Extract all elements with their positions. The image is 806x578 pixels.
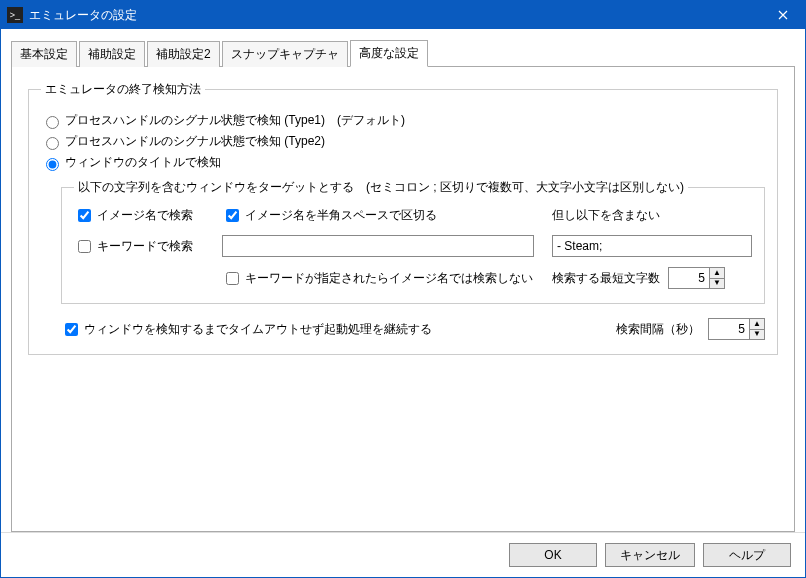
radio-type1[interactable]: プロセスハンドルのシグナル状態で検知 (Type1) (デフォルト) (41, 112, 765, 129)
groupbox-target-legend: 以下の文字列を含むウィンドウをターゲットとする (セミコロン ; 区切りで複数可… (74, 179, 688, 196)
groupbox-legend: エミュレータの終了検知方法 (41, 81, 205, 98)
cb-no-image-if-keyword[interactable]: キーワードが指定されたらイメージ名では検索しない (222, 269, 534, 288)
groupbox-detection: エミュレータの終了検知方法 プロセスハンドルのシグナル状態で検知 (Type1)… (28, 81, 778, 355)
interval-value[interactable] (709, 319, 749, 339)
exclude-input[interactable] (552, 235, 752, 257)
tab-aux2[interactable]: 補助設定2 (147, 41, 220, 67)
dialog-footer: OK キャンセル ヘルプ (1, 532, 805, 577)
tab-advanced[interactable]: 高度な設定 (350, 40, 428, 67)
titlebar: >_ エミュレータの設定 (1, 1, 805, 29)
radio-type2-label: プロセスハンドルのシグナル状態で検知 (Type2) (65, 133, 325, 150)
minlen-up[interactable]: ▲ (710, 268, 724, 279)
cb-keyword[interactable]: キーワードで検索 (74, 237, 204, 256)
cancel-button[interactable]: キャンセル (605, 543, 695, 567)
close-button[interactable] (761, 1, 805, 29)
radio-type1-input[interactable] (46, 116, 59, 129)
close-icon (778, 10, 788, 20)
cb-no-image-if-keyword-input[interactable] (226, 272, 239, 285)
cb-keyword-input[interactable] (78, 240, 91, 253)
cb-image-space-sep[interactable]: イメージ名を半角スペースで区切る (222, 206, 534, 225)
tab-snap[interactable]: スナップキャプチャ (222, 41, 348, 67)
cb-search-by-image[interactable]: イメージ名で検索 (74, 206, 204, 225)
tab-basic[interactable]: 基本設定 (11, 41, 77, 67)
cb-continue-label: ウィンドウを検知するまでタイムアウトせず起動処理を継続する (84, 321, 432, 338)
ok-button[interactable]: OK (509, 543, 597, 567)
interval-up[interactable]: ▲ (750, 319, 764, 330)
tab-row: 基本設定 補助設定 補助設定2 スナップキャプチャ 高度な設定 (11, 39, 795, 67)
minlen-value[interactable] (669, 268, 709, 288)
interval-down[interactable]: ▼ (750, 330, 764, 340)
radio-type1-label: プロセスハンドルのシグナル状態で検知 (Type1) (デフォルト) (65, 112, 405, 129)
interval-stepper[interactable]: ▲ ▼ (708, 318, 765, 340)
minlen-down[interactable]: ▼ (710, 279, 724, 289)
minlen-stepper[interactable]: ▲ ▼ (668, 267, 725, 289)
window-title: エミュレータの設定 (29, 7, 761, 24)
tabpage-advanced: エミュレータの終了検知方法 プロセスハンドルのシグナル状態で検知 (Type1)… (11, 67, 795, 532)
cb-image-space-sep-input[interactable] (226, 209, 239, 222)
cb-continue-input[interactable] (65, 323, 78, 336)
app-icon: >_ (7, 7, 23, 23)
minlen-label: 検索する最短文字数 (552, 270, 660, 287)
cb-continue[interactable]: ウィンドウを検知するまでタイムアウトせず起動処理を継続する (61, 320, 432, 339)
cb-image-space-sep-label: イメージ名を半角スペースで区切る (245, 207, 437, 224)
radio-title-label: ウィンドウのタイトルで検知 (65, 154, 221, 171)
groupbox-target: 以下の文字列を含むウィンドウをターゲットとする (セミコロン ; 区切りで複数可… (61, 179, 765, 304)
radio-type2[interactable]: プロセスハンドルのシグナル状態で検知 (Type2) (41, 133, 765, 150)
tab-aux[interactable]: 補助設定 (79, 41, 145, 67)
cb-search-by-image-input[interactable] (78, 209, 91, 222)
radio-title[interactable]: ウィンドウのタイトルで検知 (41, 154, 765, 171)
keyword-input[interactable] (222, 235, 534, 257)
settings-window: >_ エミュレータの設定 基本設定 補助設定 補助設定2 スナップキャプチャ 高… (0, 0, 806, 578)
radio-type2-input[interactable] (46, 137, 59, 150)
content-area: 基本設定 補助設定 補助設定2 スナップキャプチャ 高度な設定 エミュレータの終… (1, 29, 805, 532)
radio-title-input[interactable] (46, 158, 59, 171)
help-button[interactable]: ヘルプ (703, 543, 791, 567)
interval-label: 検索間隔（秒） (616, 321, 700, 338)
cb-no-image-if-keyword-label: キーワードが指定されたらイメージ名では検索しない (245, 270, 533, 287)
cb-keyword-label: キーワードで検索 (97, 238, 193, 255)
cb-search-by-image-label: イメージ名で検索 (97, 207, 193, 224)
exclude-label: 但し以下を含まない (552, 207, 660, 224)
